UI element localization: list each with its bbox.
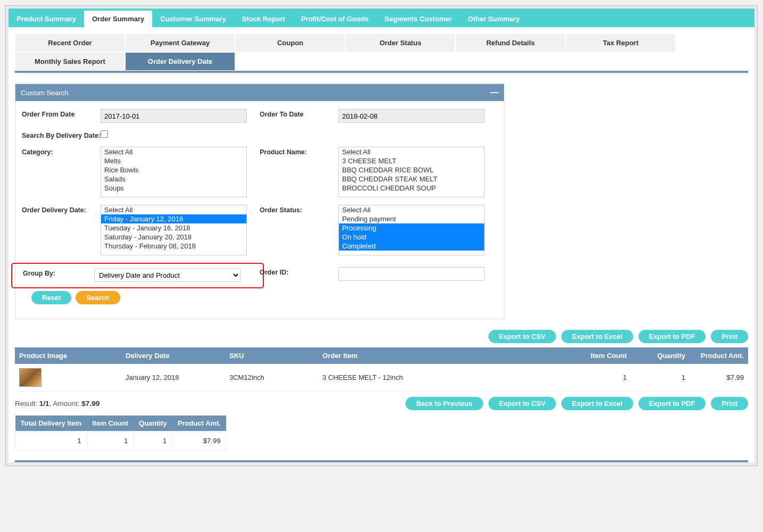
- checkbox-by-delivery[interactable]: [101, 130, 108, 138]
- list-option[interactable]: Thursday - February 08, 2018: [101, 242, 246, 251]
- col-image[interactable]: Product Image: [15, 347, 121, 364]
- export-pdf-button-2[interactable]: Export to PDF: [638, 397, 706, 410]
- col-sku[interactable]: SKU: [225, 347, 318, 364]
- input-order-id[interactable]: [338, 267, 485, 281]
- col-amount[interactable]: Product Amt.: [690, 347, 748, 364]
- subtab-order-status[interactable]: Order Status: [345, 34, 455, 52]
- sum-col-delivery: Total Delivery Item: [15, 415, 87, 431]
- list-option[interactable]: Completed: [339, 242, 484, 251]
- list-option[interactable]: Pending payment: [339, 214, 484, 223]
- subtab-payment-gateway[interactable]: Payment Gateway: [125, 34, 235, 52]
- cell-amount: $7.99: [690, 364, 748, 392]
- tab-customer-summary[interactable]: Customer Summary: [152, 11, 234, 27]
- tab-order-summary[interactable]: Order Summary: [84, 11, 152, 27]
- input-from-date[interactable]: [101, 109, 247, 123]
- label-order-id: Order ID:: [260, 267, 338, 283]
- label-by-delivery: Search By Delivery Date:: [22, 130, 101, 139]
- content-area: Recent Order Payment Gateway Coupon Orde…: [9, 27, 754, 460]
- export-csv-button-2[interactable]: Export to CSV: [488, 397, 556, 410]
- summary-wrap: Total Delivery Item Item Count Quantity …: [15, 415, 748, 460]
- results-body: January 12, 2018 3CM12inch 3 CHEESE MELT…: [15, 364, 748, 392]
- product-thumb: [19, 368, 42, 387]
- cell-delivery-date: January 12, 2018: [121, 364, 225, 392]
- page-frame: Product Summary Order Summary Customer S…: [5, 5, 758, 466]
- export-pdf-button[interactable]: Export to PDF: [638, 330, 706, 343]
- tab-profit-cost[interactable]: Profit/Cost of Goods: [293, 11, 377, 27]
- cell-quantity: 1: [631, 364, 690, 392]
- group-by-highlight: Group By: Delivery Date and Product: [11, 263, 264, 288]
- back-button[interactable]: Back to Previous: [405, 397, 483, 410]
- list-option[interactable]: Melts: [101, 156, 246, 165]
- results-table: Product Image Delivery Date SKU Order It…: [15, 347, 748, 392]
- list-option[interactable]: Salads: [101, 174, 246, 184]
- listbox-order-status[interactable]: Select AllPending paymentProcessingOn ho…: [338, 205, 485, 255]
- list-option[interactable]: BROCCOLI CHEDDAR SOUP: [339, 184, 484, 193]
- col-delivery-date[interactable]: Delivery Date: [121, 347, 225, 364]
- label-group-by: Group By:: [15, 268, 94, 282]
- select-group-by[interactable]: Delivery Date and Product: [94, 268, 240, 282]
- listbox-delivery-date[interactable]: Select AllFriday - January 12, 2018Tuesd…: [101, 205, 247, 255]
- custom-search-panel: Custom Search — Order From Date Order To…: [15, 84, 504, 319]
- subtab-monthly-sales[interactable]: Monthly Sales Report: [15, 52, 125, 71]
- tab-segments[interactable]: Segments Customer: [377, 11, 460, 27]
- label-to-date: Order To Date: [260, 109, 338, 123]
- search-button[interactable]: Search: [76, 291, 120, 304]
- list-option[interactable]: On hold: [339, 232, 484, 242]
- list-option[interactable]: Select All: [101, 205, 246, 214]
- listbox-category[interactable]: Select AllMeltsRice BowlsSaladsSoups: [101, 147, 247, 197]
- col-order-item[interactable]: Order Item: [318, 347, 573, 364]
- list-option[interactable]: Tuesday - January 16, 2018: [101, 223, 246, 232]
- collapse-icon[interactable]: —: [490, 88, 499, 97]
- cell-order-item: 3 CHEESE MELT - 12inch: [318, 364, 573, 392]
- list-option[interactable]: BBQ CHEDDAR STEAK MELT: [339, 174, 484, 184]
- cell-sku: 3CM12inch: [225, 364, 318, 392]
- sum-val-delivery: 1: [15, 431, 87, 451]
- sum-val-item-count: 1: [87, 431, 134, 451]
- input-to-date[interactable]: [338, 109, 485, 123]
- result-footer: Result: 1/1, Amount: $7.99 Back to Previ…: [15, 392, 748, 415]
- col-quantity[interactable]: Quantity: [631, 347, 690, 364]
- search-title: Custom Search: [21, 89, 69, 97]
- list-option[interactable]: Select All: [339, 205, 484, 214]
- col-item-count[interactable]: Item Count: [573, 347, 631, 364]
- print-button[interactable]: Print: [711, 330, 748, 343]
- subtab-order-delivery-date[interactable]: Order Delivery Date: [125, 52, 235, 71]
- sum-col-item-count: Item Count: [87, 415, 134, 431]
- main-panel: Product Summary Order Summary Customer S…: [9, 9, 754, 462]
- list-option[interactable]: Select All: [101, 147, 246, 156]
- search-header: Custom Search —: [15, 84, 504, 101]
- export-excel-button[interactable]: Export to Excel: [561, 330, 633, 343]
- list-option[interactable]: BBQ CHEDDAR RICE BOWL: [339, 165, 484, 174]
- label-from-date: Order From Date: [22, 109, 101, 123]
- sum-col-quantity: Quantity: [134, 415, 172, 431]
- list-option[interactable]: Soups: [101, 184, 246, 193]
- reset-button[interactable]: Reset: [31, 291, 71, 304]
- sum-val-quantity: 1: [134, 431, 172, 451]
- subtab-coupon[interactable]: Coupon: [235, 34, 345, 52]
- sum-val-amount: $7.99: [172, 431, 226, 451]
- subtab-refund-details[interactable]: Refund Details: [455, 34, 566, 52]
- tab-product-summary[interactable]: Product Summary: [9, 11, 84, 27]
- list-option[interactable]: 3 CHEESE MELT: [339, 156, 484, 165]
- label-product-name: Product Name:: [260, 147, 338, 197]
- listbox-product[interactable]: Select All3 CHEESE MELTBBQ CHEDDAR RICE …: [338, 147, 485, 197]
- label-category: Category:: [22, 147, 101, 197]
- result-text: Result: 1/1, Amount: $7.99: [15, 400, 99, 408]
- list-option[interactable]: Processing: [339, 223, 484, 232]
- label-delivery-date: Order Delivery Date:: [22, 205, 101, 255]
- top-tab-bar: Product Summary Order Summary Customer S…: [9, 11, 754, 27]
- list-option[interactable]: Saturday - January 20, 2018: [101, 232, 246, 242]
- tab-stock-report[interactable]: Stock Report: [234, 11, 293, 27]
- sub-tab-bar: Recent Order Payment Gateway Coupon Orde…: [15, 34, 748, 71]
- divider: [15, 71, 748, 73]
- subtab-tax-report[interactable]: Tax Report: [566, 34, 676, 52]
- list-option[interactable]: Friday - January 12, 2018: [101, 214, 246, 223]
- export-csv-button[interactable]: Export to CSV: [488, 330, 556, 343]
- tab-other[interactable]: Other Summary: [460, 11, 528, 27]
- subtab-recent-order[interactable]: Recent Order: [15, 34, 125, 52]
- export-excel-button-2[interactable]: Export to Excel: [561, 397, 633, 410]
- search-body: Order From Date Order To Date Search By …: [15, 101, 504, 319]
- print-button-2[interactable]: Print: [711, 397, 748, 410]
- list-option[interactable]: Select All: [339, 147, 484, 156]
- list-option[interactable]: Rice Bowls: [101, 165, 246, 174]
